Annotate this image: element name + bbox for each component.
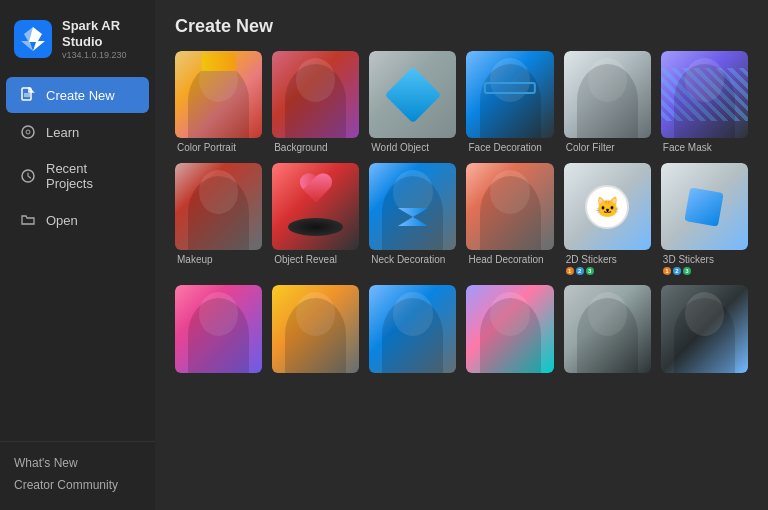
- folder-icon: [20, 212, 36, 228]
- template-label-world-object: World Object: [369, 142, 456, 153]
- sidebar-item-learn[interactable]: Learn: [6, 114, 149, 150]
- template-card-neck-decoration[interactable]: Neck Decoration: [369, 163, 456, 275]
- recent-projects-label: Recent Projects: [46, 161, 135, 191]
- template-card-face-decoration[interactable]: Face Decoration: [466, 51, 553, 153]
- template-label-color-portrait: Color Portrait: [175, 142, 262, 153]
- template-card-color-portrait[interactable]: Color Portrait: [175, 51, 262, 153]
- sidebar-item-open[interactable]: Open: [6, 202, 149, 238]
- creator-community-link[interactable]: Creator Community: [14, 474, 141, 496]
- template-grid: Color Portrait Background World Object: [175, 51, 748, 377]
- bow-tie-icon: [398, 208, 428, 226]
- template-label-head-decoration: Head Decoration: [466, 254, 553, 265]
- template-card-world-object[interactable]: World Object: [369, 51, 456, 153]
- dot-2: 2: [673, 267, 681, 275]
- 3d-stickers-dots: 1 2 3: [661, 267, 748, 275]
- svg-point-5: [26, 130, 30, 134]
- app-name-area: Spark AR Studio v134.1.0.19.230: [62, 18, 141, 60]
- template-card-row3-5[interactable]: [564, 285, 651, 376]
- template-card-2d-stickers[interactable]: 🐱 2D Stickers 1 2 3: [564, 163, 651, 275]
- sidebar-item-create-new[interactable]: Create New: [6, 77, 149, 113]
- home-icon: [20, 124, 36, 140]
- main-content: Create New Color Portrait Backgro: [155, 0, 768, 510]
- dot-3: 3: [586, 267, 594, 275]
- template-card-color-filter[interactable]: Color Filter: [564, 51, 651, 153]
- file-icon: [20, 87, 36, 103]
- sidebar-navigation: Create New Learn Recent Projects Open: [0, 76, 155, 441]
- app-name: Spark AR Studio: [62, 18, 141, 49]
- dot-1: 1: [566, 267, 574, 275]
- svg-point-4: [22, 126, 34, 138]
- template-card-makeup[interactable]: Makeup: [175, 163, 262, 275]
- spark-ar-logo: [14, 20, 52, 58]
- 2d-stickers-dots: 1 2 3: [564, 267, 651, 275]
- template-label-2d-stickers: 2D Stickers: [564, 254, 651, 265]
- app-version: v134.1.0.19.230: [62, 50, 141, 60]
- clock-icon: [20, 168, 36, 184]
- world-object-icon: [385, 66, 442, 123]
- template-card-row3-4[interactable]: [466, 285, 553, 376]
- logo-area: Spark AR Studio v134.1.0.19.230: [0, 0, 155, 70]
- template-card-row3-3[interactable]: [369, 285, 456, 376]
- dot-2: 2: [576, 267, 584, 275]
- template-card-row3-1[interactable]: [175, 285, 262, 376]
- template-card-row3-6[interactable]: [661, 285, 748, 376]
- sticker-2d-icon: 🐱: [585, 185, 629, 229]
- dot-3: 3: [683, 267, 691, 275]
- template-label-3d-stickers: 3D Stickers: [661, 254, 748, 265]
- sidebar: Spark AR Studio v134.1.0.19.230 Create N…: [0, 0, 155, 510]
- template-label-face-mask: Face Mask: [661, 142, 748, 153]
- learn-label: Learn: [46, 125, 79, 140]
- template-card-head-decoration[interactable]: Head Decoration: [466, 163, 553, 275]
- template-card-background[interactable]: Background: [272, 51, 359, 153]
- template-card-3d-stickers[interactable]: 3D Stickers 1 2 3: [661, 163, 748, 275]
- heart-icon: [298, 178, 334, 210]
- template-label-object-reveal: Object Reveal: [272, 254, 359, 265]
- sidebar-bottom: What's New Creator Community: [0, 441, 155, 510]
- shadow-oval: [288, 218, 343, 236]
- template-label-makeup: Makeup: [175, 254, 262, 265]
- template-card-face-mask[interactable]: Face Mask: [661, 51, 748, 153]
- template-label-background: Background: [272, 142, 359, 153]
- template-card-row3-2[interactable]: [272, 285, 359, 376]
- create-new-label: Create New: [46, 88, 115, 103]
- cube-3d-icon: [685, 187, 724, 226]
- open-label: Open: [46, 213, 78, 228]
- sidebar-item-recent-projects[interactable]: Recent Projects: [6, 151, 149, 201]
- whats-new-link[interactable]: What's New: [14, 452, 141, 474]
- dot-1: 1: [663, 267, 671, 275]
- template-card-object-reveal[interactable]: Object Reveal: [272, 163, 359, 275]
- page-title: Create New: [175, 16, 748, 37]
- template-label-color-filter: Color Filter: [564, 142, 651, 153]
- template-label-face-decoration: Face Decoration: [466, 142, 553, 153]
- template-label-neck-decoration: Neck Decoration: [369, 254, 456, 265]
